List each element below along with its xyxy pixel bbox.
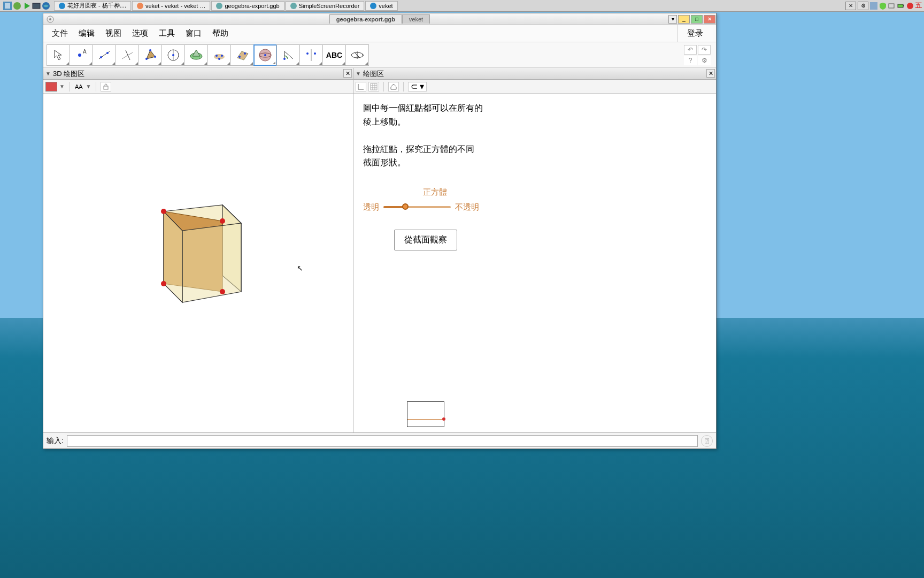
- launcher-icon[interactable]: [42, 2, 50, 10]
- redo-button[interactable]: ↷: [698, 45, 711, 55]
- menu-edit[interactable]: 编辑: [73, 26, 100, 41]
- launcher-icon[interactable]: [13, 2, 21, 10]
- drag-point[interactable]: [220, 218, 225, 224]
- tool-text[interactable]: ABC: [322, 44, 346, 66]
- taskbar-item[interactable]: geogebra-export.ggb: [211, 1, 284, 11]
- menu-tools[interactable]: 工具: [153, 26, 180, 41]
- input-help-icon[interactable]: ⍰: [701, 435, 713, 447]
- settings-icon[interactable]: ⚙: [698, 56, 711, 65]
- slider-label-right: 不透明: [455, 201, 479, 214]
- help-icon[interactable]: ?: [684, 56, 697, 65]
- launcher-icon[interactable]: [32, 2, 41, 10]
- font-size-selector[interactable]: AA: [74, 83, 84, 90]
- tool-circle[interactable]: [161, 44, 185, 66]
- maximize-button[interactable]: □: [691, 15, 703, 24]
- panels-container: ▼ 3D 绘图区 ✕ ▼ AA ▼: [43, 68, 716, 432]
- opacity-slider[interactable]: [383, 206, 451, 208]
- tool-ellipse[interactable]: [184, 44, 208, 66]
- title-tab[interactable]: geogebra-export.ggb: [329, 14, 402, 24]
- os-taskbar: 花好月圆夜 - 杨千桦.... veket - veket - veket … …: [0, 0, 924, 12]
- canvas-2d[interactable]: 圖中每一個紅點都可以在所有的 稜上移動。 拖拉紅點，探究正方體的不同 截面形狀。…: [353, 94, 716, 432]
- panel-title: 3D 绘图区: [53, 69, 84, 79]
- svg-point-12: [49, 18, 51, 20]
- tool-line[interactable]: [93, 44, 116, 66]
- slider-thumb[interactable]: [402, 203, 409, 210]
- collapse-icon[interactable]: ▼: [356, 71, 361, 77]
- view-section-button[interactable]: 從截面觀察: [394, 230, 457, 250]
- drag-point[interactable]: [161, 281, 166, 286]
- tool-intersect[interactable]: [207, 44, 231, 66]
- drag-point[interactable]: [220, 289, 225, 294]
- menu-window[interactable]: 窗口: [180, 26, 207, 41]
- panel-close-button[interactable]: ✕: [343, 69, 352, 78]
- canvas-3d[interactable]: ↖: [43, 94, 353, 432]
- close-button[interactable]: ✕: [704, 15, 715, 24]
- command-input[interactable]: [67, 435, 698, 447]
- taskbar-item-label: 花好月圆夜 - 杨千桦....: [67, 2, 126, 10]
- instruction-text: 截面形狀。: [363, 156, 706, 170]
- grid-toggle[interactable]: [368, 82, 379, 92]
- tool-move[interactable]: [47, 44, 70, 66]
- menu-view[interactable]: 视图: [100, 26, 127, 41]
- svg-point-31: [218, 58, 220, 60]
- launcher-icon[interactable]: [3, 2, 12, 10]
- panel-title: 绘图区: [363, 69, 384, 79]
- window-titlebar[interactable]: geogebra-export.ggb veket ▾ _ □ ✕: [43, 13, 716, 25]
- launcher-icon[interactable]: [22, 2, 31, 10]
- shield-icon[interactable]: [879, 2, 887, 10]
- axes-toggle[interactable]: [356, 82, 366, 92]
- panel-3d-header[interactable]: ▼ 3D 绘图区 ✕: [43, 68, 353, 80]
- svg-rect-6: [870, 2, 877, 10]
- taskbar-item[interactable]: 花好月圆夜 - 杨千桦....: [54, 1, 131, 11]
- tool-plane[interactable]: [230, 44, 254, 66]
- cursor-icon: ↖: [297, 264, 303, 272]
- tool-rotate-view[interactable]: [345, 44, 369, 66]
- record-icon[interactable]: [906, 2, 914, 10]
- svg-rect-8: [898, 4, 903, 7]
- minimize-button[interactable]: _: [678, 15, 690, 24]
- cube-model[interactable]: [140, 195, 257, 318]
- svg-point-37: [264, 54, 266, 56]
- collapse-icon[interactable]: ▼: [45, 71, 51, 77]
- taskbar-item[interactable]: veket: [365, 1, 397, 11]
- tool-point[interactable]: A: [70, 44, 93, 66]
- section-preview[interactable]: [407, 401, 444, 427]
- tray-icon[interactable]: [870, 2, 877, 10]
- instruction-text: 稜上移動。: [363, 115, 706, 129]
- menu-options[interactable]: 选项: [127, 26, 153, 41]
- tool-reflect[interactable]: [299, 44, 323, 66]
- tray-icon[interactable]: [888, 2, 896, 10]
- battery-icon[interactable]: [897, 2, 905, 10]
- tool-perpendicular[interactable]: [116, 44, 139, 66]
- point-capture-button[interactable]: ⊂ ▾: [408, 82, 427, 92]
- title-tab[interactable]: veket: [402, 14, 430, 24]
- login-button[interactable]: 登录: [677, 25, 713, 42]
- slider-title: 正方體: [387, 186, 483, 199]
- section-line: [407, 419, 444, 420]
- tool-polygon[interactable]: [138, 44, 162, 66]
- lock-icon[interactable]: [101, 82, 111, 92]
- color-swatch[interactable]: [45, 82, 57, 92]
- dropdown-icon[interactable]: ▼: [86, 83, 91, 89]
- drag-point[interactable]: [442, 417, 445, 421]
- panel-2d: ▼ 绘图区 ✕ ⊂ ▾ 圖中每一個紅點都可以在所有的 稜上移動。 拖拉紅點，探究…: [353, 68, 716, 432]
- undo-button[interactable]: ↶: [684, 45, 697, 55]
- ime-indicator[interactable]: 五: [915, 1, 922, 10]
- panel-2d-header[interactable]: ▼ 绘图区 ✕: [353, 68, 716, 80]
- home-button[interactable]: [388, 82, 399, 92]
- taskbar-item[interactable]: veket - veket - veket …: [132, 1, 210, 11]
- menu-file[interactable]: 文件: [47, 26, 73, 41]
- taskbar-item[interactable]: SimpleScreenRecorder: [286, 1, 365, 11]
- tool-angle[interactable]: [276, 44, 300, 66]
- pin-button[interactable]: ▾: [668, 15, 677, 24]
- dropdown-icon[interactable]: ▼: [59, 83, 65, 89]
- svg-rect-9: [903, 5, 904, 6]
- tray-button[interactable]: ✕: [845, 2, 856, 10]
- menu-help[interactable]: 帮助: [207, 26, 234, 41]
- drag-point[interactable]: [161, 209, 166, 214]
- panel-close-button[interactable]: ✕: [706, 69, 715, 78]
- tool-sphere[interactable]: [253, 44, 277, 66]
- tray-button[interactable]: ⚙: [858, 2, 868, 10]
- svg-point-41: [314, 52, 316, 55]
- svg-point-21: [145, 58, 148, 60]
